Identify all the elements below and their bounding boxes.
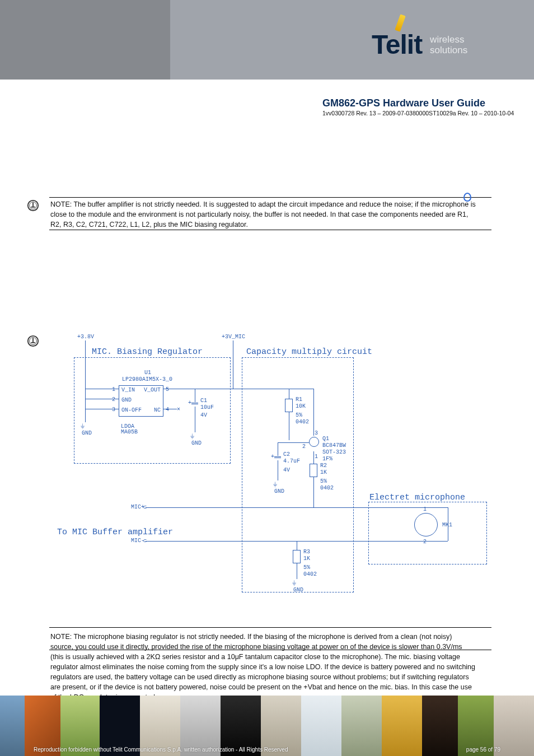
svg-rect-6 <box>32 338 34 342</box>
micminus-label: MIC- <box>131 538 144 544</box>
wire <box>297 541 297 550</box>
tile-9 <box>301 696 341 756</box>
c1-val: 10uF <box>200 404 214 410</box>
r1-pkg: 0402 <box>296 419 309 425</box>
note-icon <box>27 199 39 212</box>
r1-val: 10K <box>296 403 306 409</box>
header-band: Telit wireless solutions <box>0 0 534 80</box>
gnd-label: GND <box>82 430 92 436</box>
q1-note: 1F% <box>322 456 332 462</box>
wire <box>85 409 119 409</box>
u1-body: V_IN GND ON-OFF V_OUT NC <box>119 385 163 417</box>
page-title: GM862-GPS Hardware User Guide <box>322 97 485 109</box>
rule <box>49 230 491 230</box>
svg-rect-2 <box>32 203 34 207</box>
mk1-symbol <box>414 513 438 536</box>
gnd-icon: ⏚ <box>292 579 296 587</box>
box-label-capmult: Capacity multiply circuit <box>246 347 372 357</box>
wire <box>289 389 313 389</box>
r3-pkg: 0402 <box>303 571 317 577</box>
rail-label-left: +3.8V <box>77 334 94 340</box>
note-icon <box>27 335 39 347</box>
wire <box>146 541 448 542</box>
note-text-1: NOTE: The buffer amplifier is not strict… <box>50 199 476 230</box>
rule <box>49 627 491 628</box>
doc-reference: 1vv0300728 Rev. 13 – 2009-07-0380000ST10… <box>322 110 514 116</box>
header-left-block <box>0 0 170 80</box>
wire <box>289 389 289 399</box>
wire <box>163 389 233 389</box>
q1-part: BC847BW <box>322 442 346 449</box>
brand-tagline-line2: solutions <box>430 45 467 55</box>
c1 <box>191 402 198 405</box>
gnd-icon: ⏚ <box>81 422 85 430</box>
gnd-label: GND <box>191 440 202 446</box>
u1-pkg-l2: MA05B <box>121 429 138 435</box>
r1-tol: 5% <box>296 412 302 418</box>
svg-rect-7 <box>31 342 35 343</box>
wire <box>278 442 289 443</box>
wire <box>163 409 177 409</box>
wire <box>85 340 86 389</box>
wire <box>233 340 233 389</box>
wire <box>278 460 278 480</box>
r3 <box>293 550 301 563</box>
brand-tagline-line1: wireless <box>430 34 467 45</box>
micplus-label: MIC+ <box>131 504 144 510</box>
tile-11 <box>382 696 422 756</box>
wire <box>313 451 314 464</box>
rule <box>49 650 491 650</box>
wire <box>85 389 119 389</box>
svg-rect-3 <box>31 207 35 208</box>
r2-val: 1K <box>320 469 327 475</box>
wire <box>297 563 297 579</box>
q1-ref: Q1 <box>322 436 329 442</box>
r1 <box>285 399 293 412</box>
r3-tol: 5% <box>303 564 310 571</box>
r3-ref: R3 <box>303 549 310 555</box>
u1-pin3: ON-OFF <box>121 407 142 413</box>
u1-ref: U1 <box>144 370 151 376</box>
r2-ref: R2 <box>320 463 327 469</box>
u1-pin5: V_OUT <box>144 387 161 393</box>
r2-pkg: 0402 <box>320 485 334 491</box>
c2 <box>274 456 281 459</box>
footer: Reproduction forbidden without Telit Com… <box>0 678 534 756</box>
wire <box>448 507 448 541</box>
c2-val: 4.7uF <box>283 458 300 464</box>
wire <box>289 412 289 440</box>
tile-1 <box>0 696 25 756</box>
page: Telit wireless solutions GM862-GPS Hardw… <box>0 0 534 756</box>
gnd-label: GND <box>293 587 303 593</box>
box-label-electret: Electret microphone <box>369 493 465 502</box>
schematic-diagram: +3.8V +3V_MIC MIC. Biasing Regulator Cap… <box>56 334 498 631</box>
wire <box>195 389 195 402</box>
wire <box>313 389 314 436</box>
wire <box>313 477 314 507</box>
wire <box>289 442 309 443</box>
brand-accent-icon <box>395 14 406 32</box>
footer-page: page 56 of 79 <box>466 746 500 753</box>
tile-10 <box>341 696 382 756</box>
c2-v: 4V <box>283 467 290 473</box>
brand-wordmark: Telit <box>372 29 422 60</box>
r1-ref: R1 <box>296 396 302 403</box>
to-buffer-label: To MIC Buffer amplifier <box>57 528 173 537</box>
r2 <box>310 464 317 477</box>
q1 <box>309 437 319 451</box>
wire <box>85 389 86 422</box>
footer-copyright: Reproduction forbidden without Telit Com… <box>34 746 288 753</box>
u1-part: LP2980AIM5X-3_0 <box>122 376 172 382</box>
rail-label-right: +3V_MIC <box>222 334 245 340</box>
c1-v: 4V <box>200 412 207 418</box>
gnd-icon: ⏚ <box>190 432 194 440</box>
wire <box>85 399 119 399</box>
r2-tol: 5% <box>320 478 327 484</box>
wire <box>278 442 278 456</box>
u1-pin4: NC <box>154 407 161 413</box>
gnd-icon: ⏚ <box>273 480 277 488</box>
wire <box>146 507 448 508</box>
brand-logo: Telit wireless solutions <box>372 29 517 60</box>
box-label-bias: MIC. Biasing Regulator <box>92 347 203 357</box>
r3-val: 1K <box>303 556 310 562</box>
